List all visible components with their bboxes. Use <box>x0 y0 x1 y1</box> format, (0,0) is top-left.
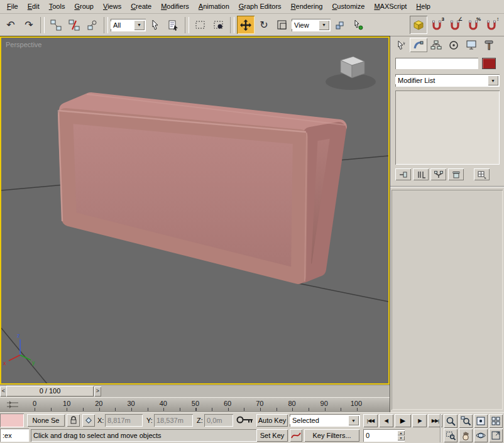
menu-item[interactable]: Rendering <box>287 1 328 13</box>
diamond-icon <box>84 416 93 425</box>
make-unique-button[interactable] <box>430 168 446 180</box>
select-and-manipulate-button[interactable] <box>349 16 367 34</box>
zoom-region-button[interactable] <box>444 429 457 442</box>
redo-button[interactable]: ↷ <box>20 16 38 34</box>
time-slider-handle[interactable]: 0 / 100 <box>6 386 94 397</box>
use-pivot-point-button[interactable] <box>331 16 349 34</box>
frame-spinner[interactable]: ▲ ▼ <box>397 430 405 440</box>
arc-rotate-button[interactable] <box>474 429 488 442</box>
play-animation-button[interactable]: ▶ <box>395 414 411 427</box>
select-and-link-button[interactable] <box>47 16 65 34</box>
menu-item[interactable]: Animation <box>194 1 234 13</box>
motion-tab-icon <box>448 40 459 50</box>
select-and-scale-button[interactable] <box>273 16 291 34</box>
bind-to-spacewarp-button[interactable] <box>84 16 101 34</box>
key-filters-button[interactable]: Key Filters... <box>304 429 359 442</box>
macro-recorder-pane[interactable] <box>0 413 24 427</box>
menu-item[interactable]: Customize <box>327 1 370 13</box>
rectangular-selection-region-button[interactable] <box>192 16 209 34</box>
absolute-offset-toggle-button[interactable] <box>82 414 95 427</box>
open-mini-curve-editor-button[interactable] <box>3 399 23 410</box>
magnet-icon <box>486 19 497 31</box>
time-slider-next-button[interactable]: > <box>94 386 101 397</box>
spinner-down-icon[interactable]: ▼ <box>397 435 405 440</box>
tangent-curve-icon <box>291 431 301 440</box>
tab-display[interactable] <box>463 38 480 52</box>
snaps-toggle-button[interactable]: 3 <box>428 16 446 34</box>
percent-snap-button[interactable]: % <box>464 16 482 34</box>
tab-utilities[interactable] <box>480 38 498 52</box>
spinner-up-icon[interactable]: ▲ <box>397 430 405 435</box>
zoom-all-button[interactable] <box>459 414 473 428</box>
modifier-stack-list[interactable] <box>395 90 500 165</box>
coord-z-field[interactable]: 0,0m <box>204 414 233 427</box>
spinner-snap-button[interactable]: ↕ <box>483 16 500 34</box>
coord-x-label: X: <box>97 414 104 427</box>
magnet-icon <box>431 19 442 31</box>
cube-toggle-button[interactable] <box>410 16 427 34</box>
reference-coordinate-dropdown[interactable]: View ▼ <box>292 19 331 31</box>
maxscript-mini-listener[interactable]: :ex <box>0 429 29 442</box>
pin-stack-button[interactable] <box>395 168 411 180</box>
ruler-tick-label: 40 <box>154 400 173 407</box>
select-and-rotate-button[interactable]: ↻ <box>255 16 273 34</box>
zoom-extents-button[interactable] <box>474 414 488 428</box>
menu-item[interactable]: Group <box>70 1 99 13</box>
default-tangent-button[interactable] <box>290 429 302 442</box>
menu-item[interactable]: File <box>3 1 23 13</box>
go-to-start-button[interactable]: |◀◀ <box>363 414 378 427</box>
rollout-area[interactable] <box>392 190 503 410</box>
min-max-toggle-button[interactable] <box>489 429 503 442</box>
chevron-down-icon: ▼ <box>134 20 145 30</box>
menu-item[interactable]: Tools <box>45 1 70 13</box>
pan-view-button[interactable] <box>459 429 473 442</box>
viewport-label[interactable]: Perspective <box>6 41 41 48</box>
key-mode-dropdown[interactable]: Selected ▼ <box>290 414 360 427</box>
configure-modifier-sets-button[interactable] <box>474 168 490 180</box>
percent-badge: % <box>476 16 481 22</box>
show-end-result-button[interactable] <box>413 168 429 180</box>
viewport-perspective[interactable]: Perspective z x y <box>0 36 390 385</box>
object-name-field[interactable] <box>395 58 478 69</box>
tab-hierarchy[interactable] <box>427 38 445 52</box>
manipulate-icon <box>353 19 364 31</box>
menu-item[interactable]: MAXScript <box>370 1 412 13</box>
current-frame-field[interactable]: 0 ▲ ▼ <box>363 429 405 442</box>
tab-modify[interactable] <box>410 38 427 52</box>
unlink-selection-button[interactable] <box>65 16 83 34</box>
modifier-list-dropdown[interactable]: Modifier List ▼ <box>395 74 500 87</box>
menu-item[interactable]: Modifiers <box>156 1 194 13</box>
object-color-swatch[interactable] <box>482 58 496 69</box>
tab-create[interactable] <box>392 38 410 52</box>
ruler-tick-label: 70 <box>250 400 269 407</box>
coord-y-field[interactable]: 18,537m <box>154 414 193 427</box>
select-object-button[interactable] <box>146 16 164 34</box>
select-by-name-button[interactable] <box>165 16 182 34</box>
tab-motion[interactable] <box>445 38 463 52</box>
set-keys-key-button[interactable] <box>236 415 254 426</box>
remove-modifier-button[interactable] <box>448 168 464 180</box>
selection-lock-button[interactable] <box>67 414 80 427</box>
window-crossing-toggle-button[interactable] <box>210 16 227 34</box>
modifier-stack-buttons <box>395 168 500 180</box>
menu-item[interactable]: Create <box>126 1 156 13</box>
zoom-extents-all-button[interactable] <box>489 414 503 428</box>
next-frame-button[interactable]: |▶ <box>412 414 427 427</box>
menu-item[interactable]: Edit <box>23 1 45 13</box>
auto-key-button[interactable]: Auto Key <box>256 414 288 427</box>
angle-badge: ∠ <box>458 16 463 22</box>
selection-filter-dropdown[interactable]: All ▼ <box>111 19 146 31</box>
select-and-move-button[interactable] <box>237 16 255 34</box>
menu-item[interactable]: Views <box>99 1 126 13</box>
time-slider-track[interactable]: < 0 / 100 > <box>0 385 390 397</box>
set-key-button[interactable]: Set Key <box>256 429 288 442</box>
menu-item[interactable]: Graph Editors <box>234 1 287 13</box>
track-bar[interactable]: 0102030405060708090100 <box>0 397 390 412</box>
previous-frame-button[interactable]: ◀| <box>379 414 393 427</box>
angle-snap-button[interactable]: ∠ <box>446 16 464 34</box>
zoom-button[interactable] <box>444 414 457 428</box>
menu-item[interactable]: Help <box>412 1 436 13</box>
main-toolbar: ↶ ↷ All ▼ ↻ View ▼ 3 ∠ % ↕ <box>0 14 504 36</box>
coord-x-field[interactable]: 8,817m <box>105 414 143 427</box>
undo-button[interactable]: ↶ <box>2 16 19 34</box>
